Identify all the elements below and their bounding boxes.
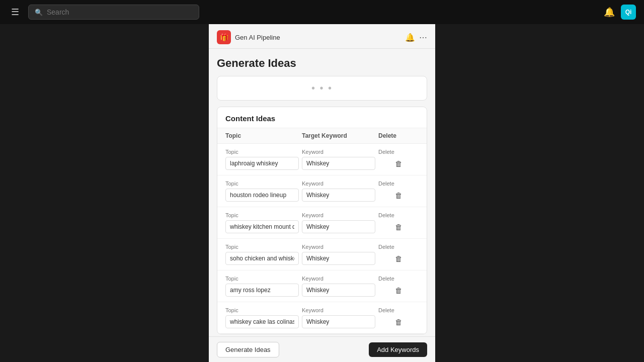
row-topic-label: Topic [225,307,302,313]
add-keywords-button[interactable]: Add Keywords [369,342,427,357]
table-row: Topic Keyword Delete 🗑 [217,302,427,334]
page-header-left: 🎁 Gen AI Pipeline [217,30,280,44]
row-keyword-label: Keyword [302,276,378,282]
hamburger-icon[interactable]: ☰ [8,5,22,20]
row-topic-label: Topic [225,244,302,250]
row-topic-label: Topic [225,149,302,155]
delete-button[interactable]: 🗑 [392,253,406,264]
page-title-section: Generate Ideas [209,49,435,76]
generate-ideas-button[interactable]: Generate Ideas [217,342,279,357]
topic-input[interactable] [225,220,299,233]
content-ideas-header: Content Ideas [217,107,427,128]
row-topic-label: Topic [225,212,302,218]
search-icon: 🔍 [35,9,43,16]
content-ideas-card: Content Ideas Topic Target Keyword Delet… [217,107,427,334]
app-icon: 🎁 [217,30,231,44]
row-keyword-label: Keyword [302,149,378,155]
page-subheader: 🎁 Gen AI Pipeline 🔔 ⋯ [209,24,435,49]
top-navbar: ☰ 🔍 🔔 Qi [0,0,644,24]
topic-input[interactable] [225,157,299,170]
row-keyword-label: Keyword [302,180,378,187]
topic-input[interactable] [225,315,299,328]
col-header-topic: Topic [225,132,302,139]
user-avatar[interactable]: Qi [621,5,636,20]
notification-bell-icon[interactable]: 🔔 [604,7,615,18]
keyword-input[interactable] [302,252,375,265]
search-bar-container: 🔍 [28,5,199,20]
row-delete-label: Delete [378,244,419,250]
page-bell-icon[interactable]: 🔔 [405,33,415,42]
delete-button[interactable]: 🗑 [392,158,406,169]
app-title: Gen AI Pipeline [235,34,280,41]
table-header-row: Topic Target Keyword Delete [217,128,427,144]
row-keyword-label: Keyword [302,212,378,218]
right-dark-panel [435,24,644,362]
topic-input[interactable] [225,189,299,202]
left-dark-panel [0,24,209,362]
keyword-input[interactable] [302,220,375,233]
delete-button[interactable]: 🗑 [392,222,406,232]
row-delete-label: Delete [378,149,419,155]
row-topic-label: Topic [225,276,302,282]
collapsed-dots: • • • [311,82,333,94]
topic-input[interactable] [225,284,299,297]
topic-input[interactable] [225,252,299,265]
page-more-icon[interactable]: ⋯ [419,33,427,42]
table-row: Topic Keyword Delete 🗑 [217,207,427,239]
page-title: Generate Ideas [217,57,427,70]
row-delete-label: Delete [378,180,419,187]
keyword-input[interactable] [302,189,375,202]
row-keyword-label: Keyword [302,307,378,313]
table-row: Topic Keyword Delete 🗑 [217,144,427,175]
col-header-keyword: Target Keyword [302,132,378,139]
keyword-input[interactable] [302,315,375,328]
row-delete-label: Delete [378,212,419,218]
page-header-right: 🔔 ⋯ [405,33,427,42]
row-delete-label: Delete [378,276,419,282]
table-row: Topic Keyword Delete 🗑 [217,239,427,270]
keyword-input[interactable] [302,284,375,297]
table-row: Topic Keyword Delete 🗑 [217,270,427,302]
table-row: Topic Keyword Delete 🗑 [217,175,427,207]
bottom-action-bar: Generate Ideas Add Keywords [209,336,435,362]
delete-button[interactable]: 🗑 [392,190,406,201]
keyword-input[interactable] [302,157,375,170]
search-input[interactable] [47,8,193,16]
main-content: 🎁 Gen AI Pipeline 🔔 ⋯ Generate Ideas • •… [209,24,435,362]
delete-button[interactable]: 🗑 [392,317,406,327]
row-keyword-label: Keyword [302,244,378,250]
delete-button[interactable]: 🗑 [392,285,406,296]
collapsed-card: • • • [217,76,427,101]
col-header-delete: Delete [378,132,419,139]
row-delete-label: Delete [378,307,419,313]
row-topic-label: Topic [225,180,302,187]
